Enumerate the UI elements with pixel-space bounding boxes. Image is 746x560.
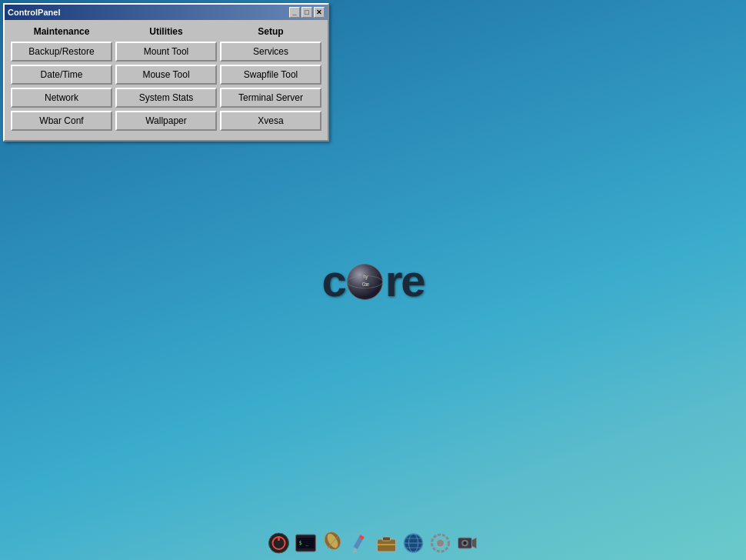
xvesa-button[interactable]: Xvesa bbox=[220, 111, 321, 131]
svg-point-6 bbox=[269, 533, 289, 553]
power-icon[interactable] bbox=[267, 531, 291, 555]
logo-o-svg: tiny Core bbox=[346, 262, 385, 301]
wallpaper-button[interactable]: Wallpaper bbox=[115, 111, 217, 131]
desktop: ControlPanel _ □ ✕ Maintenance Backup/Re… bbox=[0, 0, 746, 560]
network-taskbar-icon[interactable] bbox=[401, 531, 426, 555]
mouse-tool-button[interactable]: Mouse Tool bbox=[115, 65, 217, 85]
svg-point-26 bbox=[437, 539, 445, 547]
date-time-button[interactable]: Date/Time bbox=[11, 65, 112, 85]
window-controls: _ □ ✕ bbox=[289, 7, 325, 18]
edit-icon[interactable] bbox=[348, 531, 372, 555]
terminal-icon[interactable]: $ _ bbox=[294, 531, 318, 555]
core-logo: c tiny Core re bbox=[321, 255, 424, 306]
apps-icon[interactable] bbox=[321, 531, 345, 555]
network-button[interactable]: Network bbox=[11, 88, 112, 108]
logo-c: c bbox=[321, 255, 345, 306]
backup-restore-button[interactable]: Backup/Restore bbox=[11, 42, 112, 62]
swapfile-tool-button[interactable]: Swapfile Tool bbox=[220, 65, 321, 85]
services-button[interactable]: Services bbox=[220, 42, 321, 62]
svg-marker-16 bbox=[353, 548, 358, 553]
system-stats-button[interactable]: System Stats bbox=[115, 88, 217, 108]
window-content: Maintenance Backup/Restore Date/Time Net… bbox=[5, 20, 328, 140]
utilities-header: Utilities bbox=[115, 26, 217, 37]
svg-text:$ _: $ _ bbox=[299, 540, 309, 546]
mount-tool-button[interactable]: Mount Tool bbox=[115, 42, 217, 62]
svg-rect-19 bbox=[383, 537, 391, 541]
settings-taskbar-icon[interactable] bbox=[428, 531, 453, 555]
files-icon[interactable] bbox=[375, 531, 399, 555]
wbar-conf-button[interactable]: Wbar Conf bbox=[11, 111, 112, 131]
close-button[interactable]: ✕ bbox=[314, 7, 325, 18]
maximize-button[interactable]: □ bbox=[301, 7, 312, 18]
control-panel-window: ControlPanel _ □ ✕ Maintenance Backup/Re… bbox=[3, 3, 329, 142]
media-icon[interactable] bbox=[455, 531, 480, 555]
logo-re: re bbox=[385, 255, 425, 306]
maintenance-header: Maintenance bbox=[11, 26, 112, 37]
setup-column: Setup Services Swapfile Tool Terminal Se… bbox=[220, 26, 321, 134]
utilities-column: Utilities Mount Tool Mouse Tool System S… bbox=[115, 26, 217, 134]
setup-header: Setup bbox=[220, 26, 321, 37]
taskbar: $ _ bbox=[267, 531, 480, 555]
logo-o: tiny Core bbox=[346, 261, 385, 299]
maintenance-column: Maintenance Backup/Restore Date/Time Net… bbox=[11, 26, 112, 134]
titlebar: ControlPanel _ □ ✕ bbox=[5, 5, 328, 20]
svg-marker-29 bbox=[472, 538, 477, 548]
window-title: ControlPanel bbox=[8, 8, 60, 17]
columns-container: Maintenance Backup/Restore Date/Time Net… bbox=[11, 26, 321, 134]
svg-point-31 bbox=[464, 542, 467, 545]
terminal-server-button[interactable]: Terminal Server bbox=[220, 88, 321, 108]
minimize-button[interactable]: _ bbox=[289, 7, 300, 18]
